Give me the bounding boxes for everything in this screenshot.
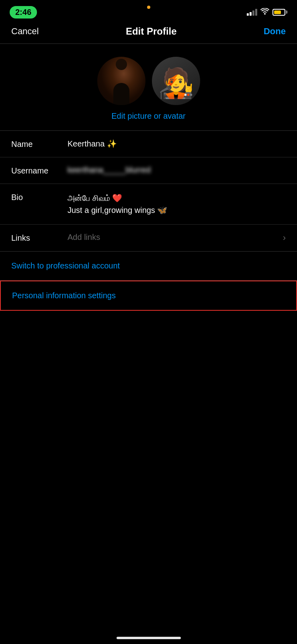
cancel-button[interactable]: Cancel — [11, 26, 39, 37]
links-label: Links — [11, 233, 68, 243]
signal-bar-2 — [250, 12, 252, 16]
status-bar: 2:46 — [0, 0, 297, 22]
links-field-row[interactable]: Links Add links › — [0, 225, 297, 251]
bio-field-row[interactable]: Bio அன்பே சிவம் ❤️Just a girl,growing wi… — [0, 184, 297, 225]
personal-info-section: Personal information settings — [0, 281, 297, 311]
personal-info-link[interactable]: Personal information settings — [12, 291, 116, 300]
switch-professional-section: Switch to professional account — [0, 252, 297, 281]
silhouette-body — [113, 83, 129, 105]
home-indicator — [117, 637, 181, 639]
avatar-section: 🧑‍🎤 Edit picture or avatar — [0, 44, 297, 131]
username-value[interactable]: keerthana_____blurred — [68, 165, 286, 175]
chevron-right-icon: › — [283, 233, 286, 243]
page-title: Edit Profile — [126, 26, 177, 37]
done-button[interactable]: Done — [264, 26, 286, 37]
nav-bar: Cancel Edit Profile Done — [0, 22, 297, 44]
name-field-row[interactable]: Name Keerthana ✨ — [0, 131, 297, 157]
signal-bar-4 — [255, 9, 257, 16]
battery-fill — [274, 10, 281, 14]
wifi-icon — [260, 8, 269, 17]
status-dot — [147, 6, 150, 9]
avatar-row: 🧑‍🎤 — [97, 57, 200, 105]
edit-picture-link[interactable]: Edit picture or avatar — [111, 111, 186, 121]
bio-label: Bio — [11, 192, 68, 202]
bio-value[interactable]: அன்பே சிவம் ❤️Just a girl,growing wings … — [68, 192, 286, 216]
fields-section: Name Keerthana ✨ Username keerthana_____… — [0, 131, 297, 252]
switch-professional-link[interactable]: Switch to professional account — [11, 261, 120, 270]
memoji-emoji: 🧑‍🎤 — [158, 66, 194, 100]
username-label: Username — [11, 165, 68, 175]
signal-bars-icon — [247, 8, 257, 16]
links-value[interactable]: Add links — [68, 233, 283, 242]
name-value[interactable]: Keerthana ✨ — [68, 139, 286, 149]
status-time: 2:46 — [10, 6, 37, 19]
memoji-avatar[interactable]: 🧑‍🎤 — [152, 57, 200, 105]
username-field-row[interactable]: Username keerthana_____blurred — [0, 157, 297, 184]
battery-body — [272, 9, 285, 16]
battery-icon — [272, 9, 287, 16]
name-label: Name — [11, 139, 68, 149]
battery-tip — [286, 10, 287, 14]
status-icons — [247, 8, 287, 17]
signal-bar-1 — [247, 13, 249, 16]
signal-bar-3 — [252, 10, 254, 16]
silhouette-head — [116, 59, 127, 70]
profile-photo[interactable] — [97, 57, 145, 105]
